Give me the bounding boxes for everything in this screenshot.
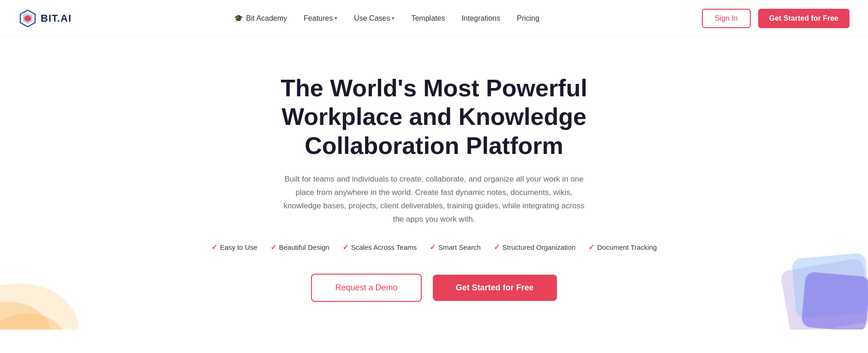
feature-pill: ✓Easy to Use bbox=[211, 243, 257, 252]
svg-point-3 bbox=[0, 283, 78, 329]
navigation: BIT.AI 🎓 Bit Academy Features ▾ Use Case… bbox=[0, 0, 868, 37]
academy-icon: 🎓 bbox=[234, 14, 243, 23]
signin-button[interactable]: Sign In bbox=[702, 9, 751, 28]
nav-use-cases[interactable]: Use Cases ▾ bbox=[354, 14, 395, 23]
feature-pill: ✓Document Tracking bbox=[588, 243, 657, 252]
nav-features[interactable]: Features ▾ bbox=[304, 14, 337, 23]
chevron-down-icon: ▾ bbox=[392, 15, 395, 21]
svg-point-4 bbox=[0, 302, 51, 329]
feature-pills: ✓Easy to Use✓Beautiful Design✓Scales Acr… bbox=[211, 243, 657, 252]
nav-academy[interactable]: 🎓 Bit Academy bbox=[234, 14, 287, 23]
checkmark-icon: ✓ bbox=[588, 243, 594, 252]
checkmark-icon: ✓ bbox=[494, 243, 500, 252]
svg-rect-8 bbox=[801, 271, 868, 329]
feature-pill: ✓Beautiful Design bbox=[270, 243, 329, 252]
nav-templates[interactable]: Templates bbox=[411, 14, 445, 23]
decor-right bbox=[739, 228, 868, 329]
chevron-down-icon: ▾ bbox=[335, 15, 337, 21]
checkmark-icon: ✓ bbox=[270, 243, 276, 252]
checkmark-icon: ✓ bbox=[211, 243, 217, 252]
feature-label: Smart Search bbox=[438, 243, 481, 251]
feature-label: Structured Organization bbox=[503, 243, 575, 251]
feature-label: Beautiful Design bbox=[279, 243, 329, 251]
hero-title: The World's Most Powerful Workplace and … bbox=[236, 74, 633, 160]
svg-rect-6 bbox=[780, 257, 868, 329]
checkmark-icon: ✓ bbox=[342, 243, 348, 252]
feature-label: Document Tracking bbox=[597, 243, 657, 251]
nav-pricing[interactable]: Pricing bbox=[517, 14, 539, 23]
svg-rect-7 bbox=[791, 253, 868, 318]
nav-integrations[interactable]: Integrations bbox=[461, 14, 500, 23]
feature-pill: ✓Scales Across Teams bbox=[342, 243, 417, 252]
get-started-nav-button[interactable]: Get Started for Free bbox=[758, 9, 850, 28]
logo[interactable]: BIT.AI bbox=[18, 9, 72, 28]
decor-left bbox=[0, 237, 102, 329]
get-started-hero-button[interactable]: Get Started for Free bbox=[433, 275, 557, 301]
cta-buttons: Request a Demo Get Started for Free bbox=[311, 274, 557, 302]
feature-pill: ✓Structured Organization bbox=[494, 243, 575, 252]
hero-section: The World's Most Powerful Workplace and … bbox=[0, 37, 868, 329]
request-demo-button[interactable]: Request a Demo bbox=[311, 274, 421, 302]
logo-text: BIT.AI bbox=[41, 12, 72, 24]
feature-label: Scales Across Teams bbox=[351, 243, 417, 251]
svg-point-5 bbox=[0, 313, 65, 329]
feature-pill: ✓Smart Search bbox=[430, 243, 481, 252]
feature-label: Easy to Use bbox=[220, 243, 257, 251]
nav-center: 🎓 Bit Academy Features ▾ Use Cases ▾ Tem… bbox=[234, 14, 539, 23]
checkmark-icon: ✓ bbox=[430, 243, 436, 252]
nav-right: Sign In Get Started for Free bbox=[702, 9, 850, 28]
hero-subtitle: Built for teams and individuals to creat… bbox=[277, 173, 591, 226]
